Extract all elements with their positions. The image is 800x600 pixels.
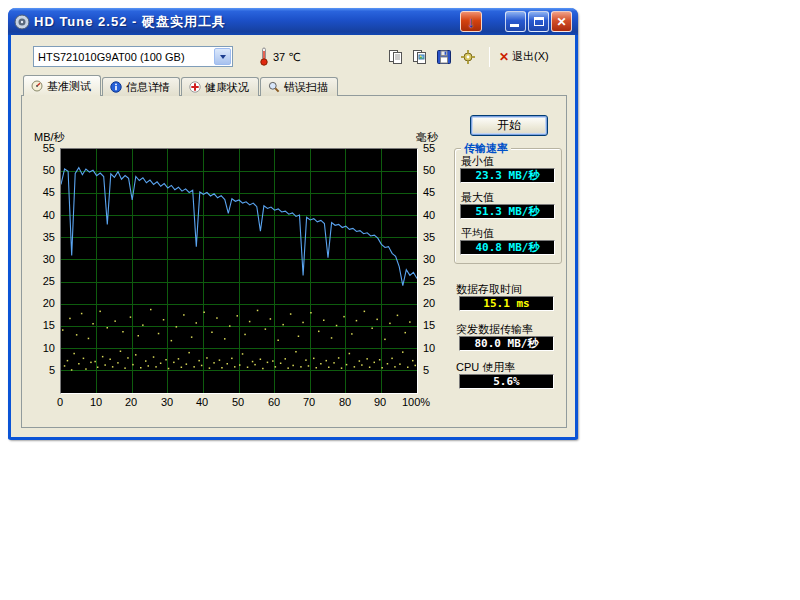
y-tick-label: 5 <box>423 364 429 376</box>
titlebar[interactable]: HD Tune 2.52 - 硬盘实用工具 ↓ ✕ <box>8 8 578 35</box>
health-icon <box>189 81 201 93</box>
y-tick-label: 20 <box>423 297 435 309</box>
download-update-button[interactable]: ↓ <box>460 11 482 32</box>
tab-benchmark[interactable]: 基准测试 <box>23 75 101 96</box>
y-tick-label: 50 <box>423 164 435 176</box>
benchmark-icon <box>31 80 43 92</box>
tab-error-scan[interactable]: 错误扫描 <box>260 77 338 96</box>
y-tick-label: 35 <box>43 231 55 243</box>
window-title: HD Tune 2.52 - 硬盘实用工具 <box>34 13 226 31</box>
y-tick-label: 35 <box>423 231 435 243</box>
x-axis-ticks: 0102030405060708090100% <box>60 396 418 410</box>
avg-label: 平均值 <box>461 226 494 241</box>
x-tick-label: 100% <box>402 396 430 408</box>
y-tick-label: 30 <box>43 253 55 265</box>
x-tick-label: 90 <box>374 396 386 408</box>
temperature-value: 37 ℃ <box>273 51 301 64</box>
burst-rate-box: 80.0 MB/秒 <box>459 336 554 351</box>
cpu-usage-box: 5.6% <box>459 374 554 389</box>
tab-info-label: 信息详情 <box>126 80 170 95</box>
dropdown-arrow-icon[interactable] <box>214 48 231 65</box>
right-axis-ticks: 555045403530252015105 <box>420 148 444 394</box>
burst-rate-value: 80.0 MB/秒 <box>475 336 539 351</box>
max-value: 51.3 MB/秒 <box>476 204 540 219</box>
x-tick-label: 70 <box>303 396 315 408</box>
x-tick-label: 80 <box>339 396 351 408</box>
avg-value-box: 40.8 MB/秒 <box>460 240 555 255</box>
x-tick-label: 20 <box>125 396 137 408</box>
app-icon <box>14 14 30 30</box>
x-tick-label: 10 <box>90 396 102 408</box>
tab-health[interactable]: 健康状况 <box>181 77 259 96</box>
x-tick-label: 60 <box>268 396 280 408</box>
min-label: 最小值 <box>461 154 494 169</box>
x-tick-label: 30 <box>161 396 173 408</box>
access-time-label: 数据存取时间 <box>456 282 522 297</box>
minimize-button[interactable] <box>505 11 526 32</box>
y-tick-label: 55 <box>423 142 435 154</box>
exit-button[interactable]: ✕ 退出(X) <box>499 49 549 64</box>
info-icon <box>110 81 122 93</box>
y-tick-label: 45 <box>43 186 55 198</box>
y-tick-label: 55 <box>43 142 55 154</box>
y-tick-label: 10 <box>43 342 55 354</box>
toolbar: HTS721010G9AT00 (100 GB) 37 ℃ <box>11 35 575 77</box>
exit-x-icon: ✕ <box>499 50 509 64</box>
benchmark-plot-svg <box>61 149 417 393</box>
plot-area <box>60 148 418 394</box>
maximize-button[interactable] <box>528 11 549 32</box>
y-tick-label: 15 <box>423 319 435 331</box>
y-tick-label: 45 <box>423 186 435 198</box>
y-tick-label: 40 <box>43 209 55 221</box>
desktop-background: HD Tune 2.52 - 硬盘实用工具 ↓ ✕ HTS721010G9AT0… <box>0 0 800 600</box>
tab-benchmark-label: 基准测试 <box>47 79 91 94</box>
close-button[interactable]: ✕ <box>551 11 572 32</box>
x-tick-label: 50 <box>232 396 244 408</box>
tab-strip: 基准测试 信息详情 <box>23 75 339 96</box>
y-tick-label: 20 <box>43 297 55 309</box>
tab-info[interactable]: 信息详情 <box>102 77 180 96</box>
access-time-box: 15.1 ms <box>459 296 554 311</box>
y-tick-label: 10 <box>423 342 435 354</box>
y-tick-label: 40 <box>423 209 435 221</box>
min-value-box: 23.3 MB/秒 <box>460 168 555 183</box>
caption-buttons: ✕ <box>505 11 572 32</box>
y-tick-label: 30 <box>423 253 435 265</box>
drive-select-value: HTS721010G9AT00 (100 GB) <box>34 51 214 63</box>
cpu-usage-value: 5.6% <box>493 375 520 388</box>
toolbar-divider <box>489 47 490 67</box>
options-icon[interactable] <box>459 48 476 65</box>
max-label: 最大值 <box>461 190 494 205</box>
tab-error-scan-label: 错误扫描 <box>284 80 328 95</box>
y-tick-label: 25 <box>43 275 55 287</box>
avg-value: 40.8 MB/秒 <box>476 240 540 255</box>
hdtune-window: HD Tune 2.52 - 硬盘实用工具 ↓ ✕ HTS721010G9AT0… <box>8 8 578 440</box>
copy-image-icon[interactable] <box>411 48 428 65</box>
exit-label: 退出(X) <box>512 49 549 64</box>
y-tick-label: 15 <box>43 319 55 331</box>
cpu-usage-label: CPU 使用率 <box>456 360 515 375</box>
x-tick-label: 40 <box>196 396 208 408</box>
transfer-rate-group: 传输速率 最小值 23.3 MB/秒 最大值 51.3 MB/秒 平均值 40.… <box>454 148 562 264</box>
access-time-value: 15.1 ms <box>483 297 529 310</box>
content-panel: MB/秒 毫秒 555045403530252015105 5550454035… <box>21 95 567 428</box>
y-tick-label: 25 <box>423 275 435 287</box>
copy-text-icon[interactable] <box>387 48 404 65</box>
start-button[interactable]: 开始 <box>470 115 548 136</box>
min-value: 23.3 MB/秒 <box>476 168 540 183</box>
drive-select[interactable]: HTS721010G9AT00 (100 GB) <box>33 46 233 67</box>
y-tick-label: 50 <box>43 164 55 176</box>
burst-rate-label: 突发数据传输率 <box>456 322 533 337</box>
toolbar-icons <box>387 48 476 65</box>
x-tick-label: 0 <box>57 396 63 408</box>
max-value-box: 51.3 MB/秒 <box>460 204 555 219</box>
y-tick-label: 5 <box>49 364 55 376</box>
save-icon[interactable] <box>435 48 452 65</box>
scan-icon <box>268 81 280 93</box>
left-axis-ticks: 555045403530252015105 <box>34 148 58 394</box>
thermometer-icon <box>259 47 269 66</box>
tab-health-label: 健康状况 <box>205 80 249 95</box>
